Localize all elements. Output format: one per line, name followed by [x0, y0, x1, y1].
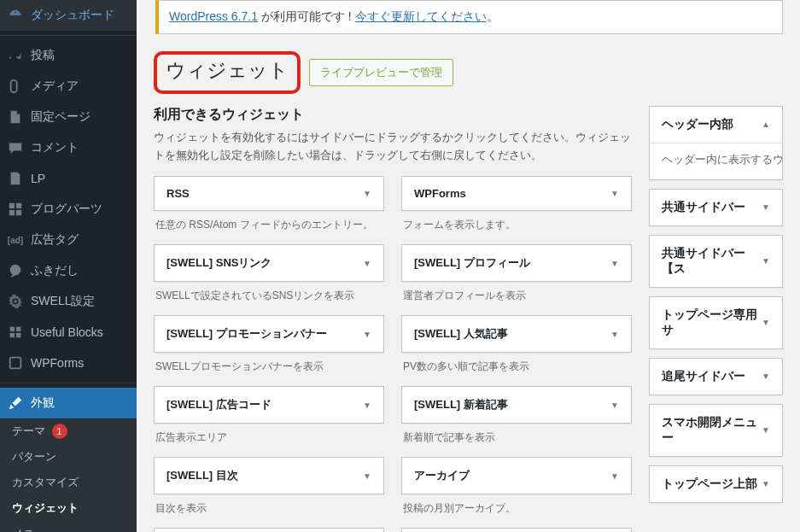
- chevron-down-icon: ▼: [762, 425, 770, 435]
- widget-item[interactable]: カテゴリー▼: [401, 528, 632, 532]
- page-header: ウィジェット ライブプレビューで管理: [154, 51, 783, 94]
- widget-area: ヘッダー内部▲ヘッダー内に表示するウ: [649, 106, 783, 180]
- menu-lp[interactable]: LP: [0, 163, 137, 194]
- chevron-down-icon: ▼: [762, 202, 770, 212]
- widget-area: 共通サイドバー【ス▼: [649, 235, 783, 288]
- menu-ad-tag[interactable]: [ad] 広告タグ: [0, 225, 137, 255]
- menu-posts[interactable]: 投稿: [0, 40, 137, 71]
- widget-item[interactable]: RSS▼: [154, 176, 384, 211]
- widget-description: 運営者プロフィールを表示: [401, 289, 632, 303]
- widget-item[interactable]: [SWELL] プロフィール▼: [401, 244, 632, 282]
- widget-cell: アーカイブ▼投稿の月別アーカイブ。: [401, 457, 632, 516]
- menu-label: Useful Blocks: [31, 325, 103, 339]
- widget-area-header[interactable]: トップページ専用サ▼: [650, 297, 782, 348]
- widget-title: [SWELL] 新着記事: [414, 397, 508, 412]
- widget-title: アーカイブ: [414, 468, 470, 483]
- speech-bubble-icon: [7, 262, 24, 279]
- widget-cell: RSS▼任意の RSS/Atom フィードからのエントリー。: [154, 176, 384, 232]
- widget-description: 目次を表示: [154, 501, 384, 516]
- widget-title: [SWELL] 目次: [166, 468, 238, 483]
- widget-area-header[interactable]: スマホ開閉メニュー▼: [650, 405, 782, 456]
- widget-item[interactable]: カスタム HTML▼: [154, 528, 384, 532]
- widget-area-description: ヘッダー内に表示するウ: [650, 143, 782, 179]
- widget-description: 新着順で記事を表示: [401, 430, 632, 445]
- widget-item[interactable]: [SWELL] 目次▼: [154, 457, 384, 494]
- submenu-patterns[interactable]: パターン: [0, 444, 137, 470]
- widget-areas-column: ヘッダー内部▲ヘッダー内に表示するウ共通サイドバー▼共通サイドバー【ス▼トップペ…: [649, 106, 783, 532]
- menu-wpforms[interactable]: WPForms: [0, 348, 137, 378]
- widget-area-header[interactable]: ヘッダー内部▲: [650, 107, 782, 143]
- chevron-down-icon: ▼: [363, 471, 371, 481]
- widget-cell: カスタム HTML▼: [154, 528, 384, 532]
- widget-item[interactable]: [SWELL] 新着記事▼: [401, 386, 632, 424]
- widget-item[interactable]: [SWELL] 広告コード▼: [154, 386, 384, 424]
- svg-rect-5: [10, 327, 15, 331]
- widget-title: [SWELL] SNSリンク: [166, 255, 272, 271]
- menu-dashboard[interactable]: ダッシュボード: [0, 0, 137, 31]
- grid-icon: [7, 201, 24, 218]
- menu-swell-settings[interactable]: SWELL設定: [0, 286, 137, 317]
- chevron-up-icon: ▲: [762, 120, 770, 129]
- widget-item[interactable]: [SWELL] 人気記事▼: [401, 315, 632, 353]
- svg-rect-2: [9, 210, 15, 215]
- available-widgets-desc: ウィジェットを有効化するにはサイドバーにドラッグするかクリックしてください。ウィ…: [154, 129, 632, 165]
- submenu-label: パターン: [12, 450, 56, 463]
- widget-area-header[interactable]: 共通サイドバー▼: [650, 190, 782, 225]
- menu-label: 広告タグ: [31, 232, 79, 248]
- live-preview-button[interactable]: ライブプレビューで管理: [309, 59, 453, 86]
- form-icon: [7, 354, 24, 371]
- widget-area-title: ヘッダー内部: [662, 117, 733, 132]
- submenu-customize[interactable]: カスタマイズ: [0, 470, 137, 495]
- menu-label: ブログパーツ: [31, 202, 102, 217]
- widget-item[interactable]: [SWELL] SNSリンク▼: [154, 244, 384, 282]
- widget-description: PV数の多い順で記事を表示: [401, 360, 632, 374]
- chevron-down-icon: ▼: [610, 471, 619, 481]
- svg-point-4: [10, 265, 21, 276]
- submenu-themes[interactable]: テーマ 1: [0, 418, 137, 444]
- menu-comments[interactable]: コメント: [0, 132, 137, 163]
- update-now-link[interactable]: 今すぐ更新してください: [355, 9, 487, 23]
- menu-label: ふきだし: [31, 263, 79, 278]
- menu-fukidashi[interactable]: ふきだし: [0, 255, 137, 286]
- document-icon: [7, 170, 24, 187]
- wordpress-version-link[interactable]: WordPress 6.7.1: [169, 9, 258, 23]
- submenu-widgets[interactable]: ウィジェット: [0, 495, 137, 521]
- menu-useful-blocks[interactable]: Useful Blocks: [0, 317, 137, 348]
- widget-title: [SWELL] プロフィール: [414, 255, 530, 271]
- menu-label: メディア: [31, 79, 79, 94]
- submenu-menus[interactable]: メニュー: [0, 521, 137, 532]
- page-icon: [7, 108, 24, 126]
- widget-grid: RSS▼任意の RSS/Atom フィードからのエントリー。WPForms▼フォ…: [154, 176, 632, 532]
- widget-title: [SWELL] プロモーションバナー: [166, 326, 327, 342]
- available-widgets-title: 利用できるウィジェット: [154, 106, 632, 124]
- menu-label: 固定ページ: [31, 109, 91, 125]
- submenu-label: カスタマイズ: [12, 476, 79, 488]
- widget-item[interactable]: [SWELL] プロモーションバナー▼: [154, 315, 384, 353]
- widget-cell: カテゴリー▼: [401, 528, 632, 532]
- menu-media[interactable]: メディア: [0, 71, 137, 102]
- widget-description: 任意の RSS/Atom フィードからのエントリー。: [154, 218, 384, 232]
- available-widgets-column: 利用できるウィジェット ウィジェットを有効化するにはサイドバーにドラッグするかク…: [154, 106, 632, 532]
- dashboard-icon: [7, 7, 24, 24]
- widget-area: スマホ開閉メニュー▼: [649, 404, 783, 457]
- blocks-icon: [7, 324, 24, 341]
- menu-blog-parts[interactable]: ブログパーツ: [0, 194, 137, 225]
- menu-pages[interactable]: 固定ページ: [0, 102, 137, 132]
- widget-cell: WPForms▼フォームを表示します。: [401, 176, 632, 232]
- widget-area-header[interactable]: 共通サイドバー【ス▼: [650, 236, 782, 287]
- brush-icon: [7, 395, 24, 412]
- widget-item[interactable]: WPForms▼: [401, 176, 632, 211]
- media-icon: [7, 78, 24, 95]
- notice-suffix: 。: [487, 9, 499, 23]
- widget-area-header[interactable]: トップページ上部▼: [650, 466, 782, 502]
- widget-title: [SWELL] 広告コード: [166, 397, 272, 412]
- svg-rect-0: [9, 203, 15, 208]
- widget-item[interactable]: アーカイブ▼: [401, 457, 632, 494]
- update-notice: WordPress 6.7.1 が利用可能です ! 今すぐ更新してください。: [155, 0, 783, 34]
- widget-area-header[interactable]: 追尾サイドバー▼: [650, 359, 782, 395]
- widget-description: SWELLプロモーションバナーを表示: [154, 360, 384, 374]
- menu-appearance[interactable]: 外観: [0, 388, 137, 418]
- gear-icon: [7, 293, 24, 310]
- widget-cell: [SWELL] 広告コード▼広告表示エリア: [154, 386, 384, 445]
- chevron-down-icon: ▼: [762, 318, 770, 327]
